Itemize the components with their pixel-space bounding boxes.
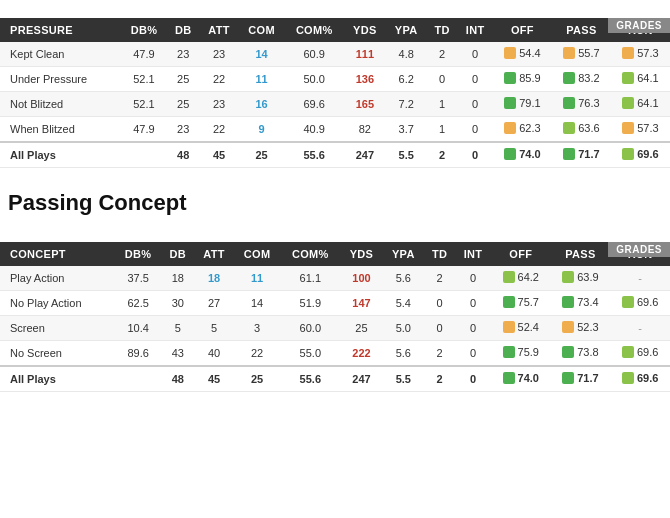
col-att: ATT — [199, 18, 238, 42]
col-off: OFF — [493, 18, 552, 42]
total-com: 25 — [234, 366, 280, 392]
grade-value: 75.7 — [518, 296, 539, 308]
grade-badge: 71.7 — [563, 148, 599, 160]
grade-value: 73.4 — [577, 296, 598, 308]
total-com: 25 — [239, 142, 285, 168]
table-row: Not Blitzed 52.1 25 23 16 69.6 165 7.2 1… — [0, 92, 670, 117]
total-label: All Plays — [0, 366, 115, 392]
row-off: 64.2 — [491, 266, 551, 291]
total-db-pct — [115, 366, 161, 392]
grade-badge: 71.7 — [562, 372, 598, 384]
grade-badge: 62.3 — [504, 122, 540, 134]
grade-badge: 69.6 — [622, 346, 658, 358]
grade-value: 76.3 — [578, 97, 599, 109]
grade-badge: 75.9 — [503, 346, 539, 358]
row-ypa: 5.0 — [383, 316, 424, 341]
col-db-pct: DB% — [121, 18, 167, 42]
grade-badge: 54.4 — [504, 47, 540, 59]
col-db-2: DB — [161, 242, 194, 266]
col-yds: YDS — [344, 18, 386, 42]
grade-value: 74.0 — [518, 372, 539, 384]
row-att: 22 — [199, 67, 238, 92]
col-td: TD — [427, 18, 458, 42]
row-com: 14 — [234, 291, 280, 316]
table-row: Under Pressure 52.1 25 22 11 50.0 136 6.… — [0, 67, 670, 92]
grade-value: 63.6 — [578, 122, 599, 134]
table-row: Screen 10.4 5 5 3 60.0 25 5.0 0 0 52.4 5… — [0, 316, 670, 341]
row-att: 22 — [199, 117, 238, 143]
grade-dot — [504, 148, 516, 160]
grade-dot — [503, 296, 515, 308]
row-com: 14 — [239, 42, 285, 67]
col-int-2: INT — [455, 242, 491, 266]
grade-dot — [562, 296, 574, 308]
grade-value: 85.9 — [519, 72, 540, 84]
grade-badge: 52.3 — [562, 321, 598, 333]
row-db-pct: 47.9 — [121, 42, 167, 67]
grade-badge: 79.1 — [504, 97, 540, 109]
row-int: 0 — [455, 266, 491, 291]
grade-badge: 52.4 — [503, 321, 539, 333]
row-pass: 63.6 — [552, 117, 611, 143]
row-att: 40 — [194, 341, 234, 367]
total-pass: 71.7 — [552, 142, 611, 168]
col-yds-2: YDS — [340, 242, 382, 266]
total-pass: 71.7 — [551, 366, 611, 392]
row-off: 52.4 — [491, 316, 551, 341]
grade-badge: 69.6 — [622, 296, 658, 308]
concept-header-row: CONCEPT DB% DB ATT COM COM% YDS YPA TD I… — [0, 242, 670, 266]
col-com-pct-2: COM% — [280, 242, 340, 266]
grade-dot — [562, 321, 574, 333]
grade-dot — [563, 72, 575, 84]
col-att-2: ATT — [194, 242, 234, 266]
row-int: 0 — [457, 67, 492, 92]
row-run: 69.6 — [610, 291, 670, 316]
grade-dot — [504, 72, 516, 84]
grade-value: 69.6 — [637, 148, 658, 160]
grade-badge: 64.1 — [622, 72, 658, 84]
row-ypa: 5.6 — [383, 266, 424, 291]
row-int: 0 — [455, 316, 491, 341]
grade-dot — [622, 122, 634, 134]
row-run: 57.3 — [611, 117, 670, 143]
row-td: 0 — [424, 316, 455, 341]
row-com-pct: 61.1 — [280, 266, 340, 291]
grade-dot — [622, 72, 634, 84]
row-com: 11 — [239, 67, 285, 92]
row-yds: 82 — [344, 117, 386, 143]
grade-value: 54.4 — [519, 47, 540, 59]
row-td: 0 — [427, 67, 458, 92]
col-off-2: OFF — [491, 242, 551, 266]
grade-badge: 85.9 — [504, 72, 540, 84]
col-td-2: TD — [424, 242, 455, 266]
grade-dot — [503, 271, 515, 283]
pressure-table: PRESSURE DB% DB ATT COM COM% YDS YPA TD … — [0, 18, 670, 168]
total-int: 0 — [455, 366, 491, 392]
row-yds: 100 — [340, 266, 382, 291]
row-td: 1 — [427, 92, 458, 117]
row-att: 5 — [194, 316, 234, 341]
total-ypa: 5.5 — [383, 366, 424, 392]
row-db: 23 — [167, 117, 200, 143]
grade-dot — [503, 346, 515, 358]
row-off: 75.7 — [491, 291, 551, 316]
row-pass: 83.2 — [552, 67, 611, 92]
grade-badge: 75.7 — [503, 296, 539, 308]
grade-value: 64.1 — [637, 97, 658, 109]
row-db: 18 — [161, 266, 194, 291]
grade-dot — [562, 346, 574, 358]
row-db: 30 — [161, 291, 194, 316]
row-yds: 147 — [340, 291, 382, 316]
grade-value: 62.3 — [519, 122, 540, 134]
row-db: 23 — [167, 42, 200, 67]
row-db-pct: 52.1 — [121, 92, 167, 117]
row-att: 23 — [199, 42, 238, 67]
total-att: 45 — [199, 142, 238, 168]
row-label: No Screen — [0, 341, 115, 367]
row-yds: 165 — [344, 92, 386, 117]
row-off: 85.9 — [493, 67, 552, 92]
grade-value: 57.3 — [637, 122, 658, 134]
row-db-pct: 62.5 — [115, 291, 161, 316]
grade-dot — [563, 47, 575, 59]
row-off: 54.4 — [493, 42, 552, 67]
